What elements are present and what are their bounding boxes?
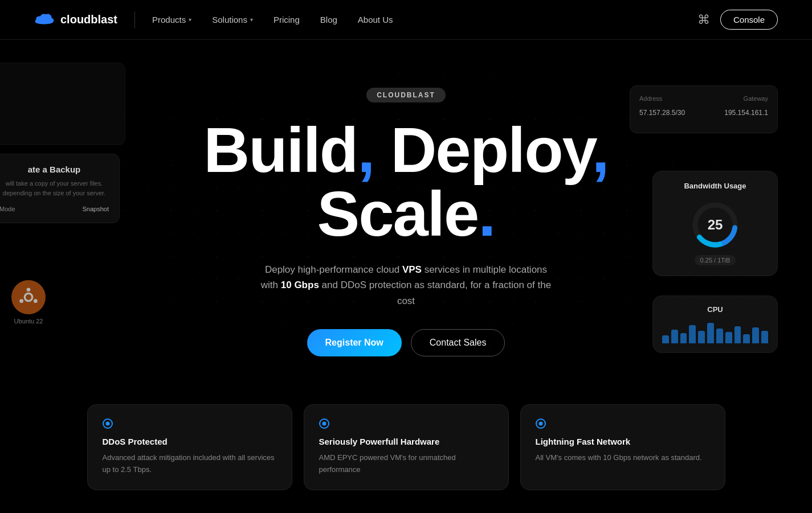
nav-products[interactable]: Products ▾ (152, 15, 191, 24)
chevron-down-icon: ▾ (250, 17, 253, 23)
svg-point-5 (695, 205, 735, 245)
bandwidth-sub: 0.25 / 1TiB (695, 255, 736, 265)
backup-card: ate a Backup will take a copy of your se… (0, 154, 120, 223)
bandwidth-number: 25 (708, 217, 723, 233)
feature-card-hardware: Seriously Powerfull Hardware AMD EPYC po… (304, 404, 509, 490)
address-value: 57.157.28.5/30 (639, 109, 685, 117)
cpu-bar-1 (662, 335, 669, 343)
cpu-bar-2 (671, 330, 678, 343)
nav-blog[interactable]: Blog (320, 15, 337, 24)
gateway-label: Gateway (744, 95, 768, 102)
feature-card-network: Lightning Fast Network All VM's comes wi… (520, 404, 725, 490)
svg-point-7 (689, 199, 741, 251)
network-address-row: Address Gateway (639, 95, 768, 102)
network-values-row: 57.157.28.5/30 195.154.161.1 (639, 109, 768, 117)
cpu-bar-11 (752, 327, 759, 343)
cpu-title: CPU (662, 305, 768, 314)
nav-solutions[interactable]: Solutions ▾ (212, 15, 253, 24)
svg-point-0 (19, 288, 38, 307)
hero-content: CLOUDBLAST Build, Deploy, Scale. Deploy … (203, 88, 608, 356)
cpu-bars (662, 321, 768, 343)
gateway-value: 195.154.161.1 (724, 109, 768, 117)
cpu-bar-8 (725, 332, 732, 343)
command-icon[interactable]: ⌘ (697, 13, 710, 27)
ubuntu-label: Ubuntu 22 (14, 318, 43, 325)
hero-title: Build, Deploy, Scale. (203, 118, 608, 246)
cpu-card: CPU (652, 296, 778, 353)
svg-point-2 (27, 288, 31, 292)
cpu-bar-9 (735, 326, 741, 343)
cpu-bar-6 (707, 323, 714, 343)
contact-sales-button[interactable]: Contact Sales (411, 329, 505, 356)
cpu-bar-4 (689, 325, 696, 343)
features-section: DDoS Protected Advanced attack mitigatio… (0, 393, 812, 513)
svg-point-4 (34, 299, 38, 303)
backup-card-title: ate a Backup (0, 165, 109, 174)
network-title: Lightning Fast Network (536, 437, 710, 446)
nav-links: Products ▾ Solutions ▾ Pricing Blog Abou… (152, 15, 697, 24)
bandwidth-title: Bandwidth Usage (663, 182, 767, 190)
cpu-bar-7 (716, 329, 723, 343)
donut-svg (689, 199, 741, 251)
hero-title-line1: Build, Deploy, (203, 114, 608, 186)
ubuntu-icon (11, 280, 46, 314)
cloud-logo-icon (34, 12, 55, 28)
hardware-desc: AMD EPYC powered VM's for unmatched perf… (319, 452, 493, 476)
backup-mode-row: Mode Snapshot (0, 206, 109, 212)
nav-about[interactable]: About Us (358, 15, 393, 24)
donut-chart: 25 (689, 199, 741, 251)
grey-panel-top (0, 63, 125, 145)
hardware-icon-dot (319, 418, 329, 429)
nav-right: ⌘ Console (697, 10, 778, 30)
cpu-bar-12 (761, 331, 768, 343)
cpu-bar-5 (698, 331, 705, 343)
ubuntu-logo-icon (18, 286, 39, 308)
backup-mode-value: Snapshot (83, 206, 109, 212)
hero-buttons: Register Now Contact Sales (203, 329, 608, 356)
network-desc: All VM's comes with 10 Gbps network as s… (536, 452, 710, 464)
bandwidth-card: Bandwidth Usage 25 0.25 / 1TiB (652, 171, 778, 276)
hero-section: ate a Backup will take a copy of your se… (0, 40, 812, 393)
ddos-icon-dot (103, 418, 113, 429)
nav-pricing[interactable]: Pricing (274, 15, 300, 24)
bandwidth-donut: 25 0.25 / 1TiB (663, 199, 767, 265)
cpu-bar-10 (743, 334, 750, 343)
backup-card-desc: will take a copy of your server files. d… (0, 179, 109, 198)
backup-mode-label: Mode (0, 206, 15, 212)
logo-text: cloudblast (60, 13, 117, 26)
network-card: Address Gateway 57.157.28.5/30 195.154.1… (630, 85, 778, 133)
register-now-button[interactable]: Register Now (307, 329, 402, 356)
cpu-bar-3 (680, 333, 687, 343)
svg-point-3 (19, 299, 23, 303)
svg-point-1 (25, 293, 32, 301)
ddos-title: DDoS Protected (103, 437, 277, 446)
feature-card-ddos: DDoS Protected Advanced attack mitigatio… (87, 404, 292, 490)
hero-subtitle: Deploy high-performance cloud VPS servic… (258, 262, 554, 309)
ubuntu-card: Ubuntu 22 (11, 280, 46, 325)
address-label: Address (639, 95, 662, 102)
ddos-desc: Advanced attack mitigation included with… (103, 452, 277, 476)
chevron-down-icon: ▾ (189, 17, 191, 23)
nav-divider (134, 11, 135, 28)
console-button[interactable]: Console (720, 10, 778, 30)
network-icon-dot (536, 418, 546, 429)
logo[interactable]: cloudblast (34, 12, 117, 28)
hardware-title: Seriously Powerfull Hardware (319, 437, 493, 446)
hero-badge: CLOUDBLAST (366, 88, 446, 102)
svg-point-6 (695, 205, 735, 245)
navbar: cloudblast Products ▾ Solutions ▾ Pricin… (0, 0, 812, 40)
hero-title-line2: Scale. (317, 178, 495, 249)
